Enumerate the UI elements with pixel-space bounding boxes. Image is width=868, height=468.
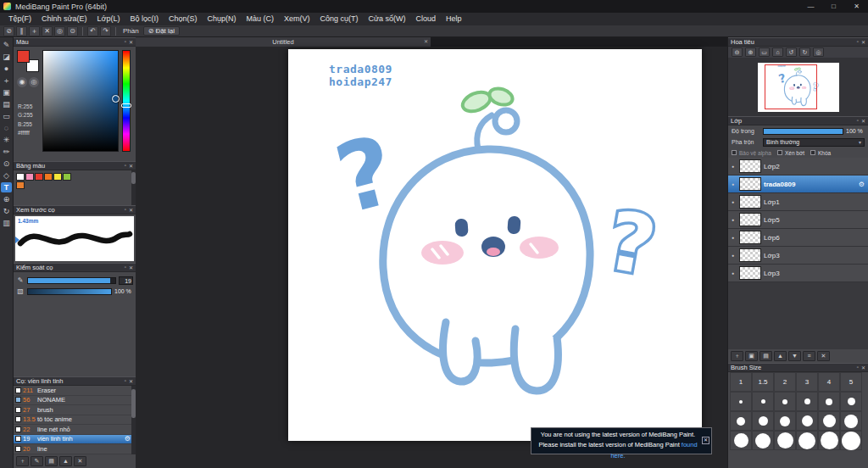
brush-size-value[interactable]: 19 (119, 276, 133, 285)
merge-layer-icon[interactable]: ≡ (803, 351, 815, 361)
view-frame[interactable] (765, 64, 817, 109)
brush-size-option[interactable] (752, 392, 774, 411)
close-button[interactable]: ✕ (845, 0, 868, 13)
brush-size-option[interactable]: 3 (796, 372, 818, 392)
panel-close-icon[interactable]: ✕ (861, 118, 865, 124)
gradient-tool[interactable]: ▤ (1, 99, 12, 109)
layer-row[interactable]: ● Lớp2 (728, 158, 868, 176)
move-layer-down-icon[interactable]: ▼ (788, 351, 801, 361)
brush-item[interactable]: 56 NONAME (14, 396, 136, 406)
panel-float-icon[interactable]: ▫ (125, 207, 126, 213)
menu-cloud[interactable]: Cloud (411, 13, 442, 25)
palette-swatch[interactable] (53, 173, 62, 181)
menu-view[interactable]: Xem(V) (279, 13, 315, 25)
rotate-canvas-tool[interactable]: ↻ (1, 206, 12, 216)
menu-tools[interactable]: Công cụ(T) (315, 13, 364, 25)
clipping-checkbox[interactable] (777, 150, 782, 155)
layer-visibility-icon[interactable]: ● (732, 235, 737, 240)
brush-tool[interactable]: ✎ (1, 40, 12, 50)
layer-row[interactable]: ● Lớp5 (728, 211, 868, 229)
brush-size-option[interactable]: 1.5 (752, 372, 774, 392)
blend-mode-dropdown[interactable]: Bình thường ▾ (763, 138, 865, 147)
panel-close-icon[interactable]: ✕ (129, 207, 133, 213)
brush-size-option[interactable] (796, 431, 818, 450)
palette-swatch[interactable] (35, 173, 43, 181)
layer-visibility-icon[interactable]: ● (732, 164, 737, 169)
hand-tool[interactable]: ◇ (1, 170, 12, 181)
menu-filter[interactable]: Bộ lọc(I) (125, 13, 164, 25)
minimize-button[interactable]: — (799, 0, 822, 13)
panel-float-icon[interactable]: ▫ (125, 378, 126, 384)
brush-size-option[interactable] (840, 392, 862, 411)
panel-close-icon[interactable]: ✕ (861, 39, 865, 45)
hue-slider[interactable] (122, 50, 131, 152)
rotate-right-icon[interactable]: ↻ (799, 47, 810, 57)
add-layer-icon[interactable]: ＋ (731, 351, 743, 361)
layer-row-selected[interactable]: ● trada0809 ⚙ (728, 176, 868, 193)
document-tab[interactable]: Untitled ✕ (136, 37, 431, 47)
layer-settings-gear-icon[interactable]: ⚙ (859, 181, 865, 188)
brush-size-option[interactable] (774, 411, 796, 431)
layer-row[interactable]: ● Lớp1 (728, 193, 868, 211)
brush-size-option[interactable] (752, 411, 774, 431)
brush-size-option[interactable] (796, 411, 818, 431)
redo-icon[interactable]: ↷ (100, 26, 111, 36)
brush-item-selected[interactable]: 19 viền linh tinh ⚙ (14, 435, 136, 445)
panel-float-icon[interactable]: ▫ (857, 39, 859, 45)
menu-help[interactable]: Help (441, 13, 467, 25)
brush-size-option[interactable] (840, 411, 862, 431)
panel-close-icon[interactable]: ✕ (861, 365, 865, 370)
layer-row[interactable]: ● Lớp3 (728, 265, 868, 282)
hue-marker[interactable] (121, 103, 131, 108)
brush-item[interactable]: 13.5 tô tóc anime (14, 415, 136, 426)
fit-window-icon[interactable]: ▭ (759, 47, 770, 57)
panel-float-icon[interactable]: ▫ (125, 265, 126, 270)
navigator-thumbnail[interactable] (758, 63, 839, 112)
brush-size-option[interactable]: 4 (818, 372, 840, 392)
add-brush-icon[interactable]: ＋ (16, 456, 29, 466)
brush-item[interactable]: 211 Eraser (14, 386, 136, 396)
panel-float-icon[interactable]: ▫ (857, 365, 859, 370)
menu-layer[interactable]: Lớp(L) (92, 13, 125, 25)
menu-color[interactable]: Màu (C) (242, 13, 280, 25)
brush-size-option[interactable] (818, 392, 840, 411)
brush-size-option[interactable] (818, 411, 840, 431)
brush-size-option[interactable] (840, 431, 862, 450)
snap-off-icon[interactable]: ⊘ (3, 26, 14, 36)
brush-size-option[interactable] (796, 392, 818, 411)
radial-snap-icon[interactable]: ⊙ (67, 26, 78, 36)
reset-view-icon[interactable]: ◎ (813, 47, 824, 57)
palette-swatch[interactable] (16, 173, 25, 181)
menu-window[interactable]: Cửa sổ(W) (364, 13, 411, 25)
brush-size-option[interactable] (774, 392, 796, 411)
brush-item[interactable]: 27 brush (14, 405, 136, 415)
brush-size-option[interactable] (752, 431, 774, 450)
layer-visibility-icon[interactable]: ● (732, 199, 737, 204)
cross-snap-icon[interactable]: ＋ (29, 26, 40, 36)
palette-swatch[interactable] (16, 181, 25, 189)
menu-snap[interactable]: Chụp(N) (203, 13, 242, 25)
eraser-tool[interactable]: ◪ (1, 52, 12, 62)
vanishing-snap-icon[interactable]: ◎ (54, 26, 65, 36)
frame-divide-tool[interactable]: ▥ (1, 218, 12, 228)
brush-size-option[interactable]: 2 (774, 372, 796, 392)
panel-float-icon[interactable]: ▫ (857, 118, 859, 124)
select-tool[interactable]: ▭ (1, 111, 12, 121)
protect-alpha-checkbox[interactable] (732, 150, 737, 155)
brush-item[interactable]: 20 line (14, 444, 136, 454)
zoom-out-icon[interactable]: ⊖ (732, 47, 743, 57)
brush-item[interactable]: 22 line nét nhỏ (14, 425, 136, 435)
transparent-color-icon[interactable]: ◎ (29, 77, 39, 87)
delete-layer-icon[interactable]: ✕ (817, 351, 830, 361)
dot-pen-tool[interactable]: ● (1, 64, 12, 74)
layer-visibility-icon[interactable]: ● (732, 270, 737, 276)
tab-close-icon[interactable]: ✕ (424, 37, 428, 47)
fg-bg-swatches[interactable] (17, 50, 39, 72)
brush-size-slider[interactable] (27, 277, 116, 284)
menu-file[interactable]: Tệp(F) (3, 13, 36, 25)
layer-visibility-icon[interactable]: ● (732, 181, 737, 187)
maximize-button[interactable]: □ (822, 0, 845, 13)
palette-swatch[interactable] (63, 173, 71, 181)
reset-snap-button[interactable]: ⊘ Đặt lại (143, 26, 180, 36)
lasso-tool[interactable]: ◌ (1, 123, 12, 133)
